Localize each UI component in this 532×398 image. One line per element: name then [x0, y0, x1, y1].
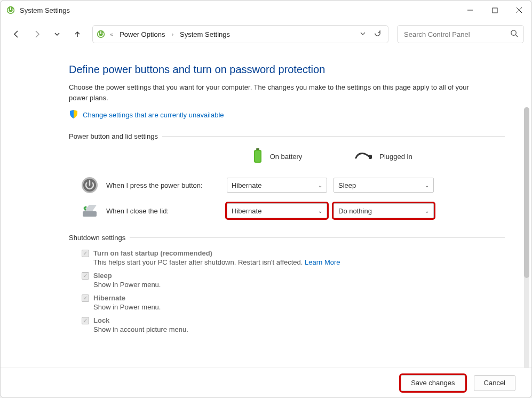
breadcrumb-item-system-settings[interactable]: System Settings — [178, 29, 232, 39]
col-plugged-in-label: Plugged in — [379, 153, 412, 161]
shutdown-item-label: Hibernate — [93, 294, 125, 302]
power-options-icon — [6, 5, 15, 15]
col-on-battery-label: On battery — [270, 153, 303, 161]
battery-icon — [252, 148, 264, 165]
chevron-down-icon[interactable] — [360, 30, 366, 38]
section-power-lid-heading: Power button and lid settings — [69, 132, 505, 140]
dropdown-value: Hibernate — [232, 207, 261, 215]
maximize-button[interactable] — [482, 1, 507, 20]
svg-line-7 — [515, 35, 518, 37]
close-button[interactable] — [507, 1, 531, 20]
cancel-button[interactable]: Cancel — [474, 375, 515, 391]
recent-locations-button[interactable] — [49, 26, 66, 43]
footer: Save changes Cancel — [1, 368, 531, 397]
chevron-down-icon: ⌄ — [425, 182, 429, 188]
shield-icon — [69, 109, 78, 121]
titlebar: System Settings — [1, 1, 531, 20]
body: Define power buttons and turn on passwor… — [1, 49, 531, 368]
shutdown-item-label: Sleep — [93, 272, 112, 280]
shutdown-item-desc: This helps start your PC faster after sh… — [82, 258, 505, 266]
shutdown-item-fast-startup: ✓ Turn on fast startup (recommended) Thi… — [82, 249, 505, 266]
window-title: System Settings — [20, 6, 458, 14]
row-close-lid-label: When I close the lid: — [106, 207, 169, 215]
save-button[interactable]: Save changes — [401, 375, 465, 391]
search-box[interactable] — [397, 25, 524, 43]
shutdown-item-label: Lock — [93, 316, 109, 324]
svg-point-6 — [511, 30, 516, 35]
row-power-button: When I press the power button: — [69, 176, 224, 194]
section-shutdown-label: Shutdown settings — [69, 234, 125, 242]
uac-link[interactable]: Change settings that are currently unava… — [83, 111, 224, 119]
checkbox-hibernate[interactable]: ✓ — [82, 294, 89, 302]
shutdown-item-desc: Show in Power menu. — [82, 303, 505, 311]
plug-icon — [355, 150, 373, 163]
page-title: Define power buttons and turn on passwor… — [69, 63, 505, 76]
dropdown-value: Hibernate — [232, 181, 261, 189]
power-button-icon — [81, 176, 99, 194]
col-on-battery: On battery — [224, 148, 330, 169]
refresh-button[interactable] — [374, 29, 382, 39]
scrollbar-thumb[interactable] — [524, 107, 529, 278]
uac-row: Change settings that are currently unava… — [69, 109, 505, 121]
window: System Settings « Power Option — [0, 0, 532, 398]
content: Define power buttons and turn on passwor… — [1, 49, 531, 368]
svg-rect-11 — [255, 151, 260, 162]
dropdown-value: Do nothing — [338, 207, 372, 215]
search-input[interactable] — [403, 30, 506, 39]
shutdown-item-label: Turn on fast startup (recommended) — [93, 249, 212, 257]
search-icon — [510, 29, 518, 39]
shutdown-item-desc: Show in Power menu. — [82, 281, 505, 289]
section-power-lid-label: Power button and lid settings — [69, 132, 158, 140]
checkbox-fast-startup[interactable]: ✓ — [82, 250, 89, 257]
dropdown-power-button-battery[interactable]: Hibernate ⌄ — [227, 178, 327, 193]
checkbox-sleep[interactable]: ✓ — [82, 272, 89, 280]
shutdown-item-hibernate: ✓ Hibernate Show in Power menu. — [82, 294, 505, 311]
checkbox-lock[interactable]: ✓ — [82, 317, 89, 324]
svg-rect-2 — [493, 8, 497, 13]
shutdown-item-sleep: ✓ Sleep Show in Power menu. — [82, 272, 505, 289]
col-plugged-in: Plugged in — [330, 150, 437, 166]
svg-rect-8 — [256, 148, 259, 150]
power-lid-grid: On battery Plugged in When I press the p… — [69, 148, 505, 220]
lid-icon — [81, 202, 99, 220]
dropdown-close-lid-plugged[interactable]: Do nothing ⌄ — [334, 203, 434, 218]
svg-rect-12 — [369, 155, 372, 159]
svg-rect-15 — [83, 211, 97, 217]
scrollbar[interactable] — [524, 107, 529, 368]
dropdown-close-lid-battery[interactable]: Hibernate ⌄ — [227, 203, 327, 218]
breadcrumb-item-power-options[interactable]: Power Options — [117, 29, 167, 39]
row-close-lid: When I close the lid: — [69, 202, 224, 220]
section-shutdown-heading: Shutdown settings — [69, 234, 505, 242]
page-subtitle: Choose the power settings that you want … — [69, 82, 474, 103]
minimize-button[interactable] — [458, 1, 482, 20]
learn-more-link[interactable]: Learn More — [305, 258, 340, 266]
dropdown-power-button-plugged[interactable]: Sleep ⌄ — [334, 178, 434, 193]
back-button[interactable] — [8, 26, 25, 43]
breadcrumb[interactable]: « Power Options › System Settings — [92, 25, 388, 43]
divider — [130, 237, 505, 238]
forward-button[interactable] — [28, 26, 45, 43]
chevron-down-icon: ⌄ — [425, 208, 429, 214]
navbar: « Power Options › System Settings — [1, 20, 531, 49]
divider — [162, 136, 505, 137]
shutdown-item-lock: ✓ Lock Show in account picture menu. — [82, 316, 505, 333]
dropdown-value: Sleep — [338, 181, 356, 189]
shutdown-settings-list: ✓ Turn on fast startup (recommended) Thi… — [69, 249, 505, 333]
up-button[interactable] — [69, 26, 86, 43]
shutdown-item-desc: Show in account picture menu. — [82, 325, 505, 333]
breadcrumb-separator: « — [109, 31, 114, 37]
chevron-right-icon: › — [170, 31, 174, 37]
power-options-icon — [96, 29, 106, 39]
chevron-down-icon: ⌄ — [318, 182, 322, 188]
row-power-button-label: When I press the power button: — [106, 181, 203, 189]
chevron-down-icon: ⌄ — [318, 208, 322, 214]
